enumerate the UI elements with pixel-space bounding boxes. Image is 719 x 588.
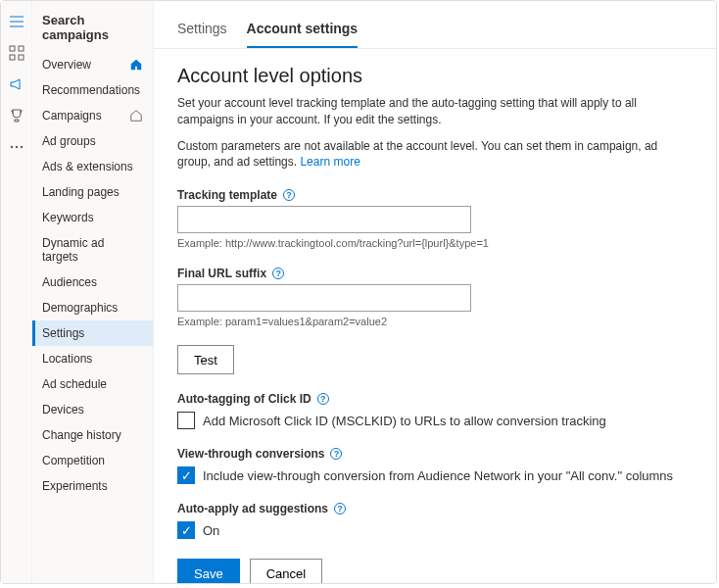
- help-icon[interactable]: ?: [272, 268, 284, 279]
- view-through-checkbox-row: Include view-through conversion from Aud…: [177, 466, 693, 484]
- svg-rect-2: [10, 55, 15, 60]
- sidebar-item-landing-pages[interactable]: Landing pages: [32, 179, 153, 205]
- sidebar-item-label: Ad groups: [42, 134, 143, 148]
- auto-tagging-checkbox[interactable]: [177, 412, 195, 429]
- test-button-block: Test: [177, 345, 693, 374]
- auto-apply-checkbox-label: On: [203, 523, 219, 538]
- hamburger-icon[interactable]: [8, 13, 25, 30]
- page-title: Account level options: [177, 65, 693, 87]
- sidebar-item-ad-groups[interactable]: Ad groups: [32, 128, 153, 154]
- test-button[interactable]: Test: [177, 345, 234, 374]
- auto-tagging-checkbox-row: Add Microsoft Click ID (MSCLKID) to URLs…: [177, 412, 693, 429]
- tracking-template-input[interactable]: [177, 206, 471, 233]
- sidebar: Search campaigns Overview Recommendation…: [32, 1, 154, 583]
- sidebar-item-competition[interactable]: Competition: [32, 448, 153, 473]
- sidebar-item-settings[interactable]: Settings: [32, 320, 153, 346]
- page-desc: Set your account level tracking template…: [177, 95, 693, 128]
- view-through-label: View-through conversions: [177, 447, 324, 461]
- view-through-block: View-through conversions ? Include view-…: [177, 447, 693, 484]
- page-desc-2: Custom parameters are not available at t…: [177, 138, 693, 172]
- sidebar-item-label: Campaigns: [42, 109, 129, 122]
- sidebar-item-experiments[interactable]: Experiments: [32, 473, 153, 499]
- home-outline-icon: [129, 109, 143, 122]
- sidebar-item-recommendations[interactable]: Recommendations: [32, 77, 153, 103]
- learn-more-link[interactable]: Learn more: [300, 155, 360, 169]
- sidebar-item-devices[interactable]: Devices: [32, 397, 153, 422]
- view-through-label-row: View-through conversions ?: [177, 447, 693, 461]
- tabs: Settings Account settings: [154, 1, 716, 49]
- tab-settings[interactable]: Settings: [177, 21, 227, 48]
- sidebar-item-keywords[interactable]: Keywords: [32, 205, 153, 230]
- home-icon: [129, 58, 143, 72]
- sidebar-item-ad-schedule[interactable]: Ad schedule: [32, 371, 153, 397]
- sidebar-item-label: Dynamic ad targets: [42, 236, 143, 264]
- save-button[interactable]: Save: [177, 559, 240, 583]
- sidebar-item-label: Experiments: [42, 479, 143, 493]
- sidebar-item-label: Keywords: [42, 211, 143, 224]
- content: Account level options Set your account l…: [154, 65, 716, 583]
- sidebar-item-label: Settings: [42, 326, 143, 340]
- help-icon[interactable]: ?: [334, 503, 346, 514]
- more-icon[interactable]: [8, 138, 25, 156]
- auto-tagging-label-row: Auto-tagging of Click ID ?: [177, 392, 693, 406]
- sidebar-item-label: Ads & extensions: [42, 160, 143, 173]
- final-url-suffix-label-row: Final URL suffix ?: [177, 267, 693, 280]
- sidebar-item-label: Demographics: [42, 301, 143, 315]
- megaphone-icon[interactable]: [8, 75, 25, 93]
- dashboard-icon[interactable]: [8, 44, 25, 62]
- sidebar-item-label: Recommendations: [42, 83, 143, 97]
- sidebar-item-dynamic-ad-targets[interactable]: Dynamic ad targets: [32, 230, 153, 270]
- view-through-checkbox-label: Include view-through conversion from Aud…: [203, 468, 673, 483]
- help-icon[interactable]: ?: [317, 393, 329, 405]
- sidebar-item-demographics[interactable]: Demographics: [32, 295, 153, 320]
- tracking-template-block: Tracking template ? Example: http://www.…: [177, 188, 693, 249]
- svg-point-4: [10, 146, 12, 148]
- sidebar-item-campaigns[interactable]: Campaigns: [32, 103, 153, 128]
- help-icon[interactable]: ?: [283, 189, 295, 201]
- sidebar-item-ads-extensions[interactable]: Ads & extensions: [32, 154, 153, 179]
- svg-rect-1: [19, 46, 24, 51]
- page-desc-2-text: Custom parameters are not available at t…: [177, 139, 657, 170]
- sidebar-item-label: Competition: [42, 454, 143, 467]
- auto-apply-label: Auto-apply ad suggestions: [177, 502, 328, 515]
- auto-tagging-label: Auto-tagging of Click ID: [177, 392, 312, 406]
- final-url-suffix-example: Example: param1=values1&param2=value2: [177, 316, 693, 327]
- sidebar-item-label: Landing pages: [42, 185, 143, 199]
- trophy-icon[interactable]: [8, 107, 25, 124]
- auto-tagging-checkbox-label: Add Microsoft Click ID (MSCLKID) to URLs…: [203, 414, 606, 428]
- tracking-template-example: Example: http://www.trackingtool.com/tra…: [177, 237, 693, 249]
- sidebar-item-label: Audiences: [42, 275, 143, 289]
- tracking-template-label: Tracking template: [177, 188, 277, 202]
- left-rail: [1, 1, 32, 583]
- cancel-button[interactable]: Cancel: [250, 559, 322, 583]
- view-through-checkbox[interactable]: [177, 466, 195, 484]
- svg-point-6: [20, 146, 22, 148]
- sidebar-item-locations[interactable]: Locations: [32, 346, 153, 371]
- sidebar-title: Search campaigns: [32, 1, 153, 52]
- final-url-suffix-input[interactable]: [177, 284, 471, 312]
- sidebar-item-label: Change history: [42, 428, 143, 442]
- auto-apply-checkbox[interactable]: [177, 521, 195, 539]
- main-panel: Settings Account settings Account level …: [154, 1, 716, 583]
- auto-apply-checkbox-row: On: [177, 521, 693, 539]
- svg-rect-3: [19, 55, 24, 60]
- help-icon[interactable]: ?: [330, 448, 342, 460]
- sidebar-item-overview[interactable]: Overview: [32, 52, 153, 77]
- tab-account-settings[interactable]: Account settings: [247, 21, 359, 48]
- button-row: Save Cancel: [177, 559, 693, 583]
- svg-point-5: [15, 146, 17, 148]
- tracking-template-label-row: Tracking template ?: [177, 188, 693, 202]
- auto-tagging-block: Auto-tagging of Click ID ? Add Microsoft…: [177, 392, 693, 429]
- sidebar-item-label: Devices: [42, 403, 143, 416]
- sidebar-item-label: Overview: [42, 58, 129, 72]
- sidebar-item-label: Locations: [42, 352, 143, 366]
- sidebar-item-change-history[interactable]: Change history: [32, 422, 153, 448]
- sidebar-item-audiences[interactable]: Audiences: [32, 270, 153, 295]
- final-url-suffix-block: Final URL suffix ? Example: param1=value…: [177, 267, 693, 327]
- auto-apply-block: Auto-apply ad suggestions ? On: [177, 502, 693, 539]
- auto-apply-label-row: Auto-apply ad suggestions ?: [177, 502, 693, 515]
- final-url-suffix-label: Final URL suffix: [177, 267, 266, 280]
- sidebar-item-label: Ad schedule: [42, 377, 143, 391]
- svg-rect-0: [10, 46, 15, 51]
